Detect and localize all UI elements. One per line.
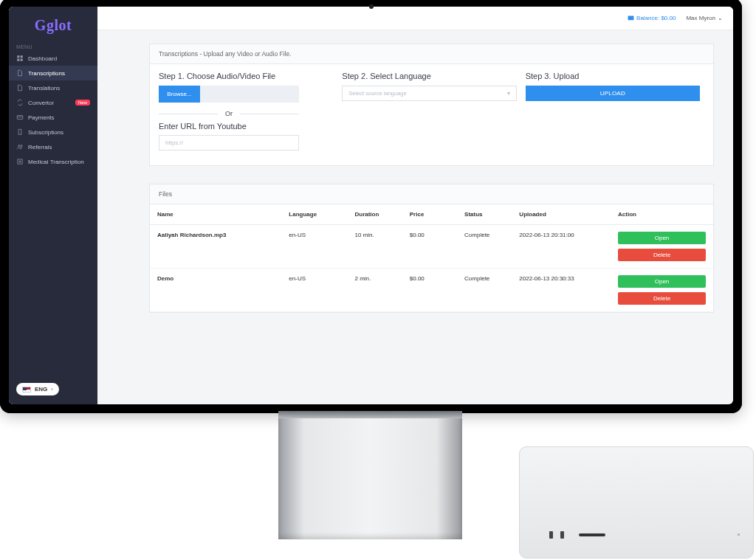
sync-icon	[16, 99, 24, 106]
sidebar-item-label: Subscriptions	[28, 129, 63, 136]
upload-button[interactable]: UPLOAD	[526, 86, 700, 101]
svg-rect-9	[628, 15, 634, 20]
bookmark-icon	[16, 128, 24, 136]
sidebar-item-label: Translations	[28, 85, 60, 91]
file-icon	[16, 84, 24, 91]
file-status: Complete	[464, 232, 519, 238]
sidebar-item-translations[interactable]: Translations	[9, 80, 97, 95]
delete-button[interactable]: Delete	[618, 249, 706, 261]
svg-point-7	[21, 145, 23, 148]
sidebar-item-label: Payments	[28, 114, 55, 121]
delete-button[interactable]: Delete	[618, 292, 706, 305]
language-label: ENG	[35, 386, 47, 393]
sidebar-item-payments[interactable]: Payments	[9, 110, 97, 125]
sidebar-item-label: Referrals	[28, 144, 52, 151]
new-badge: New	[75, 100, 90, 106]
svg-rect-0	[17, 55, 19, 58]
sidebar-item-label: Medical Transcription	[28, 159, 84, 165]
balance-link[interactable]: Balance: $0.00	[628, 15, 676, 21]
sidebar: Gglot MENU Dashboard Transcriptions Tran…	[9, 7, 97, 404]
usbc-port-icon	[549, 531, 553, 539]
top-header: Balance: $0.00 Max Myron ⌄	[97, 7, 733, 30]
monitor-stand	[278, 411, 462, 539]
file-uploaded: 2022-06-13 20:31:00	[519, 232, 618, 238]
balance-text: Balance: $0.00	[636, 15, 676, 21]
col-uploaded: Uploaded	[519, 211, 618, 218]
sidebar-item-subscriptions[interactable]: Subscriptions	[9, 125, 97, 139]
youtube-url-input[interactable]	[159, 135, 299, 151]
wallet-icon	[628, 15, 634, 21]
step-1-title: Step 1. Choose Audio/Video File	[159, 72, 333, 80]
step-2-title: Step 2. Select Language	[342, 72, 516, 80]
open-button[interactable]: Open	[618, 232, 706, 244]
svg-rect-1	[21, 55, 23, 58]
mac-studio-device	[519, 446, 754, 559]
chevron-down-icon: ▾	[507, 90, 510, 97]
open-button[interactable]: Open	[618, 275, 706, 288]
sidebar-item-label: Convertor	[28, 100, 54, 106]
file-price: $0.00	[410, 232, 464, 238]
user-name: Max Myron	[686, 15, 715, 21]
col-duration: Duration	[354, 211, 409, 218]
col-price: Price	[410, 211, 464, 218]
menu-heading: MENU	[9, 41, 97, 51]
files-card: Files Name Language Duration Price Statu…	[149, 184, 714, 313]
file-language: en-US	[289, 275, 354, 282]
select-placeholder: Select source language	[348, 90, 406, 97]
files-card-header: Files	[150, 184, 713, 204]
browse-button[interactable]: Browse...	[159, 86, 200, 103]
step-2: Step 2. Select Language Select source la…	[337, 72, 520, 151]
file-uploaded: 2022-06-13 20:30:33	[519, 275, 618, 282]
file-language: en-US	[289, 232, 354, 238]
sd-slot-icon	[579, 533, 605, 536]
sidebar-item-label: Transcriptions	[28, 70, 65, 77]
sidebar-item-referrals[interactable]: Referrals	[9, 139, 97, 154]
flag-us-icon	[22, 387, 31, 393]
sidebar-item-dashboard[interactable]: Dashboard	[9, 51, 97, 66]
youtube-url-label: Enter URL from Youtube	[159, 122, 333, 131]
col-language: Language	[289, 211, 354, 218]
file-duration: 10 min.	[354, 232, 409, 238]
table-row: Aaliyah Richardson.mp3 en-US 10 min. $0.…	[150, 225, 713, 269]
language-switcher[interactable]: ENG ›	[16, 383, 59, 395]
file-name-track	[200, 86, 299, 103]
col-name: Name	[157, 211, 289, 218]
users-icon	[16, 143, 24, 151]
card-icon	[16, 114, 24, 121]
power-led-icon	[738, 533, 740, 536]
svg-rect-2	[17, 59, 19, 61]
divider	[240, 114, 299, 114]
file-name: Demo	[157, 275, 289, 282]
divider	[159, 114, 218, 114]
source-language-select[interactable]: Select source language ▾	[342, 86, 516, 101]
screen: Gglot MENU Dashboard Transcriptions Tran…	[9, 7, 733, 404]
dashboard-icon	[16, 55, 24, 62]
upload-card: Transcriptions - Upload any Video or Aud…	[149, 44, 714, 166]
user-menu[interactable]: Max Myron ⌄	[686, 15, 723, 21]
svg-point-6	[18, 145, 21, 148]
main-content: Transcriptions - Upload any Video or Aud…	[97, 30, 733, 404]
file-icon	[16, 69, 24, 77]
chevron-down-icon: ⌄	[718, 15, 723, 21]
sidebar-item-medical-transcription[interactable]: Medical Transcription	[9, 154, 97, 169]
camera-dot	[369, 4, 374, 9]
sidebar-item-convertor[interactable]: Convertor New	[9, 95, 97, 110]
monitor-frame: Gglot MENU Dashboard Transcriptions Tran…	[0, 0, 742, 413]
file-name: Aaliyah Richardson.mp3	[157, 232, 289, 238]
sidebar-item-transcriptions[interactable]: Transcriptions	[9, 66, 97, 80]
step-1: Step 1. Choose Audio/Video File Browse..…	[159, 72, 337, 151]
file-duration: 2 min.	[354, 275, 409, 282]
col-status: Status	[464, 211, 519, 218]
or-label: Or	[218, 110, 240, 117]
usbc-port-icon	[560, 531, 564, 539]
brand-logo: Gglot	[9, 13, 97, 41]
file-status: Complete	[464, 275, 519, 282]
chevron-right-icon: ›	[51, 387, 52, 392]
step-3-title: Step 3. Upload	[526, 72, 700, 80]
sidebar-item-label: Dashboard	[28, 55, 57, 62]
col-action: Action	[618, 211, 706, 218]
files-table-header: Name Language Duration Price Status Uplo…	[150, 204, 713, 225]
svg-rect-3	[21, 59, 23, 61]
table-row: Demo en-US 2 min. $0.00 Complete 2022-06…	[150, 269, 713, 312]
step-3: Step 3. Upload UPLOAD	[521, 72, 704, 151]
